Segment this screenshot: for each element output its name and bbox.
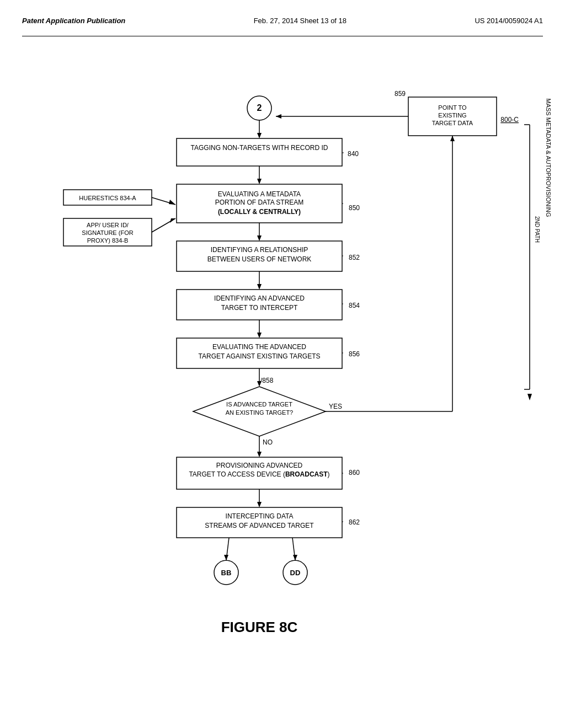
- svg-marker-3: [527, 394, 532, 400]
- box-854-label-2: TARGET TO INTERCEPT: [221, 304, 298, 312]
- diagram-id: 800-C: [500, 116, 519, 124]
- signature-label-3: PROXY) 834-B: [87, 237, 129, 244]
- box-852-label-2: BETWEEN USERS OF NETWORK: [207, 255, 312, 263]
- box-856-label-2: TARGET AGAINST EXISTING TARGETS: [199, 352, 321, 360]
- box-860-label-1: PROVISIONING ADVANCED: [216, 462, 303, 469]
- svg-marker-23: [257, 333, 262, 338]
- page: Patent Application Publication Feb. 27, …: [0, 0, 565, 728]
- svg-marker-31: [257, 452, 262, 457]
- point-to-existing-label-2: EXISTING: [438, 112, 466, 119]
- point-to-existing-label-1: POINT TO: [438, 104, 467, 111]
- svg-marker-12: [169, 200, 175, 205]
- num-858: /858: [260, 377, 274, 384]
- box-850-label-1: EVALUATING A METADATA: [218, 190, 301, 198]
- figure-label: FIGURE 8C: [221, 619, 298, 635]
- page-header: Patent Application Publication Feb. 27, …: [22, 11, 543, 36]
- yes-label: YES: [329, 403, 342, 410]
- diamond-858-label-1: IS ADVANCED TARGET: [226, 401, 292, 408]
- svg-marker-7: [276, 114, 281, 119]
- num-859: 859: [395, 90, 406, 98]
- box-852-label-1: IDENTIFYING A RELATIONSHIP: [211, 246, 308, 254]
- no-label: NO: [263, 438, 273, 446]
- svg-marker-39: [293, 555, 297, 560]
- box-840-label-1: TAGGING NON-TARGETS WITH RECORD ID: [191, 144, 328, 152]
- signature-label-1: APP/ USER ID/: [87, 222, 129, 228]
- circle-dd-label: DD: [290, 569, 301, 577]
- svg-marker-37: [224, 555, 228, 560]
- num-852: 852: [349, 254, 360, 261]
- box-854-label-1: IDENTIFYING AN ADVANCED: [214, 295, 305, 302]
- box-860-label-2: TARGET TO ACCESS DEVICE (BROADCAST): [189, 470, 329, 478]
- num-860: 860: [349, 469, 360, 477]
- num-854: 854: [349, 302, 360, 309]
- num-840: 840: [348, 150, 359, 158]
- svg-marker-17: [257, 235, 262, 241]
- point-to-existing-label-3: TARGET DATA: [432, 120, 473, 126]
- box-850-label-2: PORTION OF DATA STREAM: [215, 199, 304, 206]
- second-path-label: 2ND PATH: [534, 216, 540, 243]
- header-patent-number: US 2014/0059024 A1: [475, 17, 543, 25]
- box-850-label-3: (LOCALLY & CENTRALLY): [218, 208, 301, 216]
- box-862-label-1: INTERCEPTING DATA: [226, 512, 294, 520]
- svg-marker-34: [257, 502, 262, 507]
- box-856-label-1: EVALUATING THE ADVANCED: [212, 343, 306, 351]
- signature-label-2: SIGNATURE (FOR: [82, 229, 133, 236]
- header-date-sheet: Feb. 27, 2014 Sheet 13 of 18: [254, 17, 347, 25]
- header-publication: Patent Application Publication: [22, 17, 125, 25]
- num-850: 850: [349, 204, 360, 212]
- svg-marker-29: [450, 136, 455, 141]
- box-862-label-2: STREAMS OF ADVANCED TARGET: [205, 522, 314, 529]
- circle-bb-label: BB: [221, 569, 232, 577]
- svg-marker-20: [257, 284, 262, 290]
- box-840: [177, 138, 342, 166]
- diagram-area: MASS METADATA & AUTOPROVISIONING 2ND PAT…: [22, 47, 543, 709]
- num-856: 856: [349, 350, 360, 358]
- svg-marker-10: [257, 179, 262, 184]
- num-862: 862: [349, 518, 360, 526]
- heuristics-label: HUERESTICS 834-A: [79, 195, 136, 201]
- svg-marker-5: [257, 133, 262, 138]
- diamond-858-label-2: AN EXISTING TARGET?: [226, 409, 293, 416]
- circle-2-label: 2: [257, 103, 262, 113]
- side-label: MASS METADATA & AUTOPROVISIONING: [545, 99, 552, 217]
